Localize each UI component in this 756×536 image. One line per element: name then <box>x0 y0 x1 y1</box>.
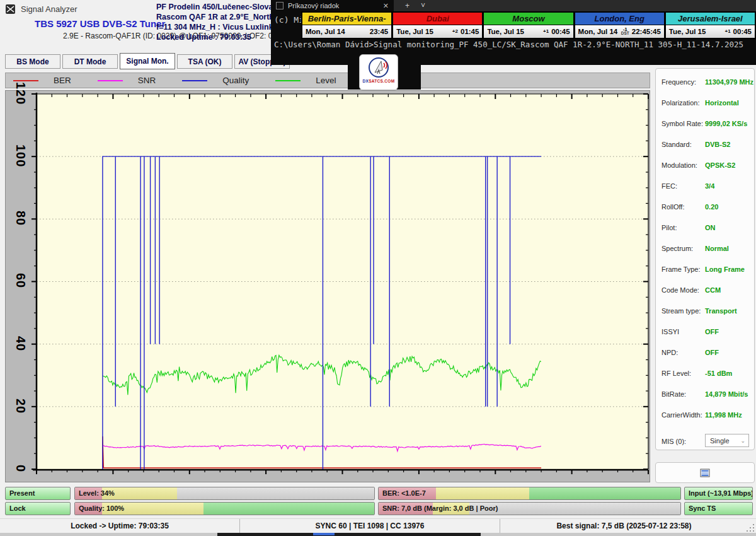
dxsatcs-logo: DXSATCS.COM <box>359 54 398 90</box>
meter-zone <box>203 503 374 515</box>
clock-time: 01:45 <box>461 28 479 35</box>
clock-body: Tue, Jul 15+201:45 <box>393 25 482 38</box>
param-label: Symbol Rate: <box>662 120 703 127</box>
snr-line-swatch <box>98 80 123 81</box>
param-value: 0.20 <box>705 203 718 211</box>
param-label: Pilot: <box>662 224 677 231</box>
y-axis-tick-label: 0 <box>9 451 28 486</box>
clock-utc-offset: +1 <box>543 30 549 33</box>
mis-row: MIS (0):Single⌄ <box>656 433 754 458</box>
clock-jerusalem-israel: Jerusalem-IsraelTue, Jul 15+100:45 <box>665 11 756 39</box>
meter-zone <box>436 487 529 499</box>
legend-label: BER <box>54 76 71 85</box>
param-row: RollOff:0.20 <box>656 198 754 219</box>
legend-label: Level <box>316 76 336 85</box>
mis-dropdown[interactable]: Single⌄ <box>705 434 749 447</box>
param-row: Frame Type:Long Frame <box>656 260 754 281</box>
resize-grip[interactable] <box>748 519 756 533</box>
signal-analyzer-window: Signal Analyzer TBS 5927 USB DVB-S2 Tune… <box>0 0 756 536</box>
y-axis-tick-label: 40 <box>9 326 28 361</box>
param-value: DVB-S2 <box>705 141 730 148</box>
param-label: CarrierWidth: <box>662 411 702 419</box>
terminal-tab[interactable]: Príkazový riadok ✕ <box>271 0 394 11</box>
param-value: ON <box>705 224 716 231</box>
clock-time: 23:45 <box>370 28 388 35</box>
close-tab-icon[interactable]: ✕ <box>383 2 389 10</box>
meter-quality: Quality: 100% <box>74 502 375 515</box>
clock-city: Dubai <box>393 13 482 25</box>
clock-time: 00:45 <box>551 28 570 35</box>
titlebar: Signal Analyzer <box>5 4 77 15</box>
tab-signal-mon-[interactable]: Signal Mon. <box>120 53 175 69</box>
clock-city: Jerusalem-Israel <box>666 13 755 25</box>
note-line-2: Rascom QAF 1R at 2.9°E_North <box>156 12 276 22</box>
terminal-tabbar: Príkazový riadok ✕ + ˅ <box>271 0 756 11</box>
param-value: Horizontal <box>705 99 739 107</box>
clock-date: Mon, Jul 14 <box>306 28 370 35</box>
level-line-swatch <box>275 80 301 81</box>
meter-input-13-91-mbps-: Input (~13,91 Mbps) <box>684 487 753 500</box>
param-label: Frame Type: <box>662 265 701 273</box>
param-label: RF Level: <box>662 370 691 377</box>
legend-item-level: Level <box>275 76 336 85</box>
meter-sync-ts: Sync TS <box>684 502 753 515</box>
y-axis-tick-label: 100 <box>9 138 28 173</box>
meter-label: BER: <1.0E-7 <box>382 489 426 497</box>
param-label: BitRate: <box>662 390 686 398</box>
clock-body: Tue, Jul 15+100:45 <box>484 25 573 38</box>
param-label: Modulation: <box>662 161 697 169</box>
y-axis-tick-label: 80 <box>9 201 28 236</box>
chevron-down-icon: ⌄ <box>740 434 745 448</box>
terminal-command-line[interactable]: C:\Users\Roman Dávid>Signal monitoring_P… <box>274 40 754 49</box>
param-value: 14,879 Mbit/s <box>705 390 748 398</box>
terminal-copyright: (c) Mi <box>274 15 304 25</box>
param-value: QPSK-S2 <box>705 161 735 169</box>
legend-label: Quality <box>222 76 249 85</box>
clock-time: 22:45:45 <box>632 28 661 35</box>
chart-canvas <box>6 91 650 482</box>
meter-label: SNR: 7,0 dB (Margin: 3,0 dB | Poor) <box>382 504 498 512</box>
param-row: Standard:DVB-S2 <box>656 136 754 156</box>
meter-present: Present <box>5 487 71 500</box>
meter-zone <box>469 503 680 515</box>
param-label: Spectrum: <box>662 245 693 252</box>
param-row: BitRate:14,879 Mbit/s <box>656 385 754 406</box>
logo-text: DXSATCS.COM <box>363 79 395 83</box>
clock-date: Tue, Jul 15 <box>669 28 725 35</box>
app-icon <box>5 4 16 15</box>
new-tab-button[interactable]: + <box>405 1 410 10</box>
clock-body: Mon, Jul 1423:45 <box>302 25 391 38</box>
meter-ber: BER: <1.0E-7 <box>378 487 681 500</box>
mis-label: MIS (0): <box>662 438 686 445</box>
meter-lock: Lock <box>5 502 71 515</box>
param-value: 9999,02 KS/s <box>705 120 747 127</box>
clock-body: Mon, Jul 14-1DST22:45:45 <box>575 25 664 38</box>
meter-level: Level: 34% <box>74 487 375 500</box>
clock-date: Mon, Jul 14 <box>578 28 621 35</box>
clock-dubai: DubaiTue, Jul 15+201:45 <box>392 11 483 39</box>
param-row: Stream type:Transport <box>656 302 754 323</box>
param-value: 11304,979 MHz <box>705 78 753 86</box>
clock-berlin-paris-vienna-roma: Berlin-Paris-Vienna-RomaMon, Jul 1423:45 <box>301 11 392 39</box>
window-title: Signal Analyzer <box>21 4 77 14</box>
param-value: OFF <box>705 349 719 356</box>
meter-label: Lock <box>9 504 26 512</box>
clock-date: Tue, Jul 15 <box>396 28 452 35</box>
clock-date: Tue, Jul 15 <box>487 28 543 35</box>
signal-meters: PresentLevel: 34%BER: <1.0E-7Input (~13,… <box>5 487 753 517</box>
parameter-panel: Frequency:11304,979 MHzPolarization:Hori… <box>655 68 755 450</box>
param-label: Frequency: <box>662 78 696 86</box>
y-axis-tick-label: 120 <box>9 76 28 111</box>
param-row: RF Level:-51 dBm <box>656 364 754 385</box>
meter-label: Present <box>9 489 35 497</box>
tab-dt-mode[interactable]: DT Mode <box>62 54 118 69</box>
legend-label: SNR <box>138 76 156 85</box>
transponder-list-button[interactable] <box>655 462 755 483</box>
tab-tsa-ok-[interactable]: TSA (OK) <box>177 54 232 69</box>
signal-chart <box>5 90 650 482</box>
tab-bs-mode[interactable]: BS Mode <box>5 54 60 69</box>
param-label: ISSYI <box>662 328 679 335</box>
tab-dropdown-icon[interactable]: ˅ <box>421 1 425 10</box>
antenna-note: PF Prodelin 450/Lučenec-Slovakia Rascom … <box>156 2 276 42</box>
cmd-icon <box>276 2 284 9</box>
